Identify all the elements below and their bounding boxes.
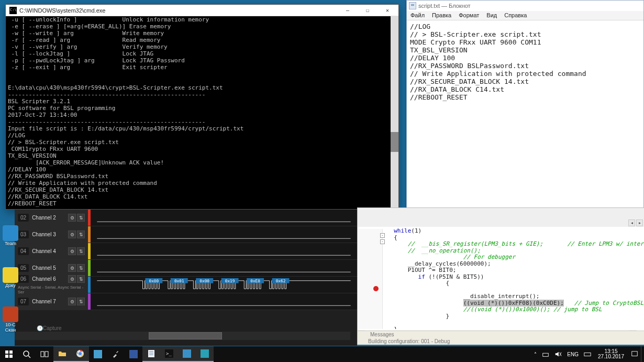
sort-icon[interactable]: ⇅ (77, 275, 85, 283)
la-channel-waveform[interactable] (91, 226, 357, 243)
show-desktop-button[interactable] (641, 346, 644, 362)
svg-text:0x19: 0x19 (225, 279, 235, 283)
ide-fold-column[interactable]: - - (379, 233, 386, 329)
menu-help[interactable]: Справка (501, 11, 530, 20)
notepad-window: script.txt — Блокнот Файл Правка Формат … (406, 0, 644, 226)
taskbar-app2-icon[interactable] (125, 346, 142, 362)
cmd-titlebar[interactable]: C:\WINDOWS\system32\cmd.exe — ☐ ✕ (6, 5, 398, 16)
menu-file[interactable]: Файл (407, 11, 428, 20)
la-channel-row: 05Channel 5⚙⇅ (15, 260, 357, 277)
taskbar-cmd-icon[interactable]: >_ (160, 346, 178, 362)
cmd-body[interactable]: -u [ --unlockInfo ] Unlock information m… (6, 16, 398, 209)
notepad-titlebar[interactable]: script.txt — Блокнот (407, 1, 643, 11)
sort-icon[interactable]: ⇅ (77, 298, 85, 305)
fold-toggle-icon[interactable]: - (380, 233, 385, 238)
la-channel-row: 06Channel 6⚙⇅Async Serial - Serial, Asyn… (15, 277, 357, 293)
la-channel-row: 07Channel 7⚙⇅ (15, 293, 357, 310)
menu-view[interactable]: Вид (483, 11, 501, 20)
ide-buildcfg-label: Building configuration: 001 - Debug (368, 338, 450, 344)
window-controls: — ☐ ✕ (338, 5, 397, 16)
taskbar-ide-icon[interactable] (178, 346, 196, 362)
svg-text:0x80: 0x80 (149, 279, 159, 283)
la-channel-waveform[interactable] (91, 260, 357, 276)
gear-icon[interactable]: ⚙ (68, 264, 76, 272)
la-channel-label[interactable]: 06Channel 6⚙⇅Async Serial - Serial, Asyn… (15, 277, 88, 293)
la-channel-waveform[interactable] (91, 243, 357, 259)
sort-icon[interactable]: ⇅ (77, 264, 85, 272)
taskbar-notepad-icon[interactable] (142, 346, 160, 362)
la-hscroll-thumb[interactable] (149, 332, 222, 339)
svg-text:0x00: 0x00 (199, 279, 209, 283)
menu-format[interactable]: Формат (455, 11, 483, 20)
svg-rect-22 (94, 350, 102, 358)
notepad-icon (409, 2, 416, 9)
la-channel-waveform[interactable] (91, 210, 357, 226)
desktop-icon-team[interactable]: Team (1, 225, 20, 246)
tray-keyboard-icon[interactable] (581, 346, 594, 362)
gear-icon[interactable]: ⚙ (68, 298, 76, 305)
taskbar-tools-icon[interactable] (107, 346, 125, 362)
svg-rect-35 (584, 353, 591, 356)
tray-volume-icon[interactable] (552, 346, 564, 362)
svg-rect-14 (5, 355, 8, 358)
svg-rect-24 (148, 350, 154, 357)
ide-body[interactable]: while(1) { // __bis_SR_register(LPM3_bit… (387, 228, 644, 329)
la-channel-name: Channel 4 (32, 248, 65, 254)
tray-network-icon[interactable] (539, 346, 552, 362)
taskbar-search-icon[interactable] (18, 346, 36, 362)
sort-icon[interactable]: ⇅ (77, 247, 85, 255)
la-channel-label[interactable]: 02Channel 2⚙⇅ (15, 210, 88, 226)
cmd-output-top: -u [ --unlockInfo ] Unlock information m… (8, 16, 396, 159)
la-channel-name: Channel 3 (32, 232, 65, 237)
la-channel-label[interactable]: 05Channel 5⚙⇅ (15, 260, 88, 276)
notepad-body[interactable]: //LOG // > BSL-Scripter.exe script.txt M… (407, 20, 643, 103)
la-channel-name: Channel 7 (32, 299, 65, 304)
la-channel-name: Channel 5 (32, 265, 65, 271)
desktop-icon-scan[interactable]: 10-C Скан (1, 306, 20, 333)
la-channel-waveform[interactable] (91, 293, 357, 310)
la-hscrollbar[interactable] (15, 332, 350, 340)
taskbar-chrome-icon[interactable] (71, 346, 89, 362)
sort-icon[interactable]: ⇅ (77, 214, 85, 222)
ide-hscroll-buttons-group: ◂ ▸ (628, 220, 643, 226)
ide-scroll-left-button[interactable]: ◂ (628, 220, 635, 226)
taskview-icon[interactable] (36, 346, 53, 362)
cmd-vscroll-thumb[interactable] (391, 132, 398, 152)
la-channel-label[interactable]: 07Channel 7⚙⇅ (15, 293, 88, 310)
breakpoint-icon[interactable] (373, 286, 379, 291)
tray-notifications-icon[interactable] (628, 346, 641, 362)
cmd-vscrollbar[interactable] (391, 16, 398, 209)
tray-lang[interactable]: ENG (564, 346, 581, 362)
la-channel-label[interactable]: 03Channel 3⚙⇅ (15, 226, 88, 243)
tray-chevron-up-icon[interactable]: ˄ (531, 346, 539, 362)
close-button[interactable]: ✕ (377, 5, 397, 16)
menu-edit[interactable]: Правка (428, 11, 455, 20)
svg-rect-31 (201, 349, 209, 358)
minimize-button[interactable]: — (338, 5, 358, 16)
start-button[interactable] (0, 346, 18, 362)
taskbar-explorer-icon[interactable] (53, 346, 71, 362)
gear-icon[interactable]: ⚙ (68, 247, 76, 255)
tray-clock[interactable]: 13:15 27.10.2017 (594, 346, 628, 362)
la-channel-label[interactable]: 04Channel 4⚙⇅ (15, 243, 88, 259)
taskbar-app1-icon[interactable] (89, 346, 107, 362)
sort-icon[interactable]: ⇅ (77, 231, 85, 238)
gear-icon[interactable]: ⚙ (68, 214, 76, 222)
ide-messages-label: Messages (370, 332, 394, 337)
la-channel-num: 04 (18, 247, 29, 255)
ide-scroll-right-button[interactable]: ▸ (636, 220, 643, 226)
la-channel-waveform[interactable]: 0x800x010x000x190xE80x62 (91, 277, 357, 293)
gear-icon[interactable]: ⚙ (68, 275, 76, 283)
la-channel-name: Channel 2 (32, 215, 65, 221)
fold-toggle-icon[interactable]: - (380, 239, 385, 244)
svg-rect-12 (5, 350, 8, 354)
gear-icon[interactable]: ⚙ (68, 231, 76, 238)
taskbar-la-icon[interactable] (196, 346, 214, 362)
ide-editor: ◂ ▸ - - while(1) { // __bis_SR_register(… (357, 207, 644, 345)
desktop-icon-doc[interactable]: Доку (1, 267, 20, 288)
tray-date: 27.10.2017 (598, 354, 624, 359)
ide-tabwell (361, 214, 368, 221)
maximize-button[interactable]: ☐ (358, 5, 377, 16)
cmd-output-error: [ACK_ERROR_MESSAGE]Unknown ACK value! (8, 159, 396, 166)
svg-text:0x62: 0x62 (276, 279, 286, 283)
